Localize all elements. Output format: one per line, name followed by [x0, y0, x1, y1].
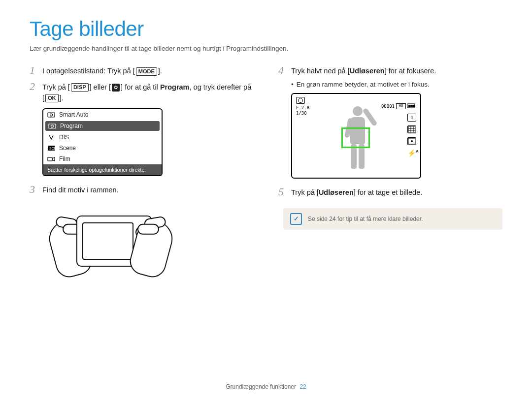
hands-camera-illustration: [54, 201, 167, 289]
flower-icon: ✿: [112, 84, 120, 92]
viewfinder-graphic: F 2.8 1/30 00001 HQ ▯: [291, 93, 421, 179]
page-title: Tage billeder: [30, 17, 502, 41]
text: Tryk på [: [42, 83, 70, 91]
text: ].: [60, 94, 64, 102]
mode-menu-graphic: Smart Auto Program DIS SCN: [42, 108, 163, 176]
metering-icon: [407, 137, 416, 145]
mode-button-label: MODE: [136, 67, 157, 76]
mode-item-label: Scene: [59, 145, 76, 152]
mode-item-dis: DIS: [43, 132, 162, 143]
flash-icon: ⚡A: [407, 149, 415, 157]
mode-item-label: Film: [59, 155, 70, 162]
text: I optagelsestilstand: Tryk på [: [42, 67, 135, 75]
step-4-bullet: En grøn ramme betyder, at motivet er i f…: [291, 81, 502, 88]
step-5: 5 Tryk på [Udløseren] for at tage et bil…: [278, 186, 502, 198]
step-1: 1 I optagelsestilstand: Tryk på [MODE].: [30, 64, 254, 77]
step-body: Find dit motiv i rammen.: [42, 184, 119, 196]
tip-note: ✓ Se side 24 for tip til at få mere klar…: [283, 208, 502, 230]
camera-icon: [296, 97, 305, 104]
svg-point-18: [411, 140, 413, 142]
mode-item-label: Smart Auto: [59, 111, 88, 118]
page-footer: Grundlæggende funktioner 22: [0, 383, 532, 390]
mode-item-film: Film: [43, 154, 162, 164]
text: ] eller [: [90, 83, 111, 91]
step-number: 4: [278, 64, 286, 77]
program-icon: [48, 123, 56, 129]
step-body: I optagelsestilstand: Tryk på [MODE].: [42, 64, 162, 77]
shutter-bold: Udløseren: [350, 67, 385, 75]
mode-menu-caption: Sætter forskellige optagefunktioner dire…: [43, 164, 162, 175]
svg-rect-6: [48, 157, 52, 161]
step-number: 1: [30, 64, 37, 77]
shutter-value: 1/30: [296, 111, 309, 116]
ok-button-label: OK: [45, 94, 59, 102]
mode-item-smartauto: Smart Auto: [43, 109, 162, 120]
size-icon: ▯: [407, 114, 416, 122]
footer-pagenum: 22: [299, 383, 306, 390]
mode-item-program: Program: [45, 121, 160, 131]
film-icon: [47, 156, 55, 162]
bullet-text: En grøn ramme betyder, at motivet er i f…: [291, 81, 430, 88]
mode-item-label: DIS: [59, 134, 69, 141]
note-icon: ✓: [290, 213, 302, 225]
text: ].: [158, 67, 162, 75]
program-bold: Program: [160, 83, 190, 91]
dis-icon: [47, 134, 55, 140]
mode-item-label: Program: [60, 123, 83, 129]
focus-rectangle: [341, 127, 370, 148]
svg-point-3: [51, 125, 54, 127]
footer-section: Grundlæggende funktioner: [226, 383, 296, 390]
battery-icon: [407, 103, 416, 109]
text: ] for at gå til: [121, 83, 160, 91]
text: Tryk på [: [291, 188, 319, 196]
mode-item-scene: SCN Scene: [43, 143, 162, 154]
svg-rect-9: [408, 105, 410, 107]
left-column: 1 I optagelsestilstand: Tryk på [MODE]. …: [30, 64, 254, 289]
smartauto-icon: [47, 112, 55, 118]
svg-rect-12: [408, 126, 415, 132]
frame-counter: 00001: [381, 104, 395, 109]
text: ] for at tage et billede.: [354, 188, 422, 196]
svg-rect-11: [412, 105, 414, 107]
svg-rect-8: [414, 105, 415, 107]
step-number: 5: [278, 186, 286, 198]
page-subtitle: Lær grundlæggende handlinger til at tage…: [30, 45, 502, 52]
shutter-bold: Udløseren: [319, 188, 354, 196]
step-3: 3 Find dit motiv i rammen.: [30, 184, 254, 196]
step-body: Tryk på [Udløseren] for at tage et bille…: [291, 186, 422, 198]
step-number: 2: [30, 81, 37, 104]
scene-icon: SCN: [47, 145, 55, 151]
svg-rect-10: [410, 105, 412, 107]
disp-button-label: DISP: [71, 83, 89, 92]
text: Tryk halvt ned på [: [291, 67, 350, 75]
step-4: 4 Tryk halvt ned på [Udløseren] for at f…: [278, 64, 502, 77]
step-number: 3: [30, 184, 37, 196]
svg-rect-2: [49, 124, 56, 128]
svg-rect-0: [48, 113, 55, 117]
step-body: Tryk på [DISP] eller [✿] for at gå til P…: [42, 81, 254, 104]
note-text: Se side 24 for tip til at få mere klare …: [308, 216, 423, 222]
text: ] for at fokusere.: [385, 67, 436, 75]
aperture-value: F 2.8: [296, 105, 309, 110]
step-body: Tryk halvt ned på [Udløseren] for at fok…: [291, 64, 436, 77]
grid-icon: [407, 125, 416, 133]
quality-badge: HQ: [396, 103, 406, 109]
step-2: 2 Tryk på [DISP] eller [✿] for at gå til…: [30, 81, 254, 104]
svg-text:SCN: SCN: [49, 147, 55, 150]
svg-point-1: [50, 114, 53, 116]
right-column: 4 Tryk halvt ned på [Udløseren] for at f…: [278, 64, 502, 289]
